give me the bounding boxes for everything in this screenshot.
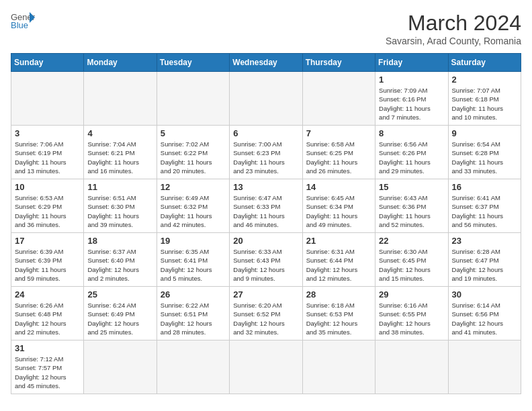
day-info: Sunrise: 6:45 AM Sunset: 6:34 PM Dayligh… — [306, 193, 371, 229]
day-number: 9 — [452, 128, 517, 138]
day-info: Sunrise: 6:18 AM Sunset: 6:53 PM Dayligh… — [306, 301, 371, 336]
week-row-1: 1Sunrise: 7:09 AM Sunset: 6:16 PM Daylig… — [11, 72, 521, 126]
day-info: Sunrise: 6:22 AM Sunset: 6:51 PM Dayligh… — [161, 301, 226, 336]
day-cell: 8Sunrise: 6:56 AM Sunset: 6:26 PM Daylig… — [375, 126, 448, 179]
day-cell — [230, 340, 302, 394]
day-cell: 10Sunrise: 6:53 AM Sunset: 6:29 PM Dayli… — [11, 179, 84, 233]
week-row-2: 3Sunrise: 7:06 AM Sunset: 6:19 PM Daylig… — [11, 126, 521, 179]
day-number: 6 — [233, 128, 298, 138]
day-cell: 13Sunrise: 6:47 AM Sunset: 6:33 PM Dayli… — [230, 179, 302, 233]
day-number: 12 — [161, 182, 226, 192]
day-number: 19 — [161, 236, 226, 246]
day-number: 2 — [452, 75, 517, 85]
subtitle: Savarsin, Arad County, Romania — [386, 36, 521, 46]
header: General Blue March 2024 Savarsin, Arad C… — [11, 11, 521, 46]
day-number: 28 — [306, 289, 371, 300]
svg-text:Blue: Blue — [11, 20, 28, 30]
day-info: Sunrise: 7:00 AM Sunset: 6:23 PM Dayligh… — [233, 140, 298, 175]
day-info: Sunrise: 6:14 AM Sunset: 6:56 PM Dayligh… — [452, 301, 517, 336]
day-number: 26 — [161, 289, 226, 300]
day-cell: 20Sunrise: 6:33 AM Sunset: 6:43 PM Dayli… — [230, 233, 302, 287]
day-cell: 22Sunrise: 6:30 AM Sunset: 6:45 PM Dayli… — [375, 233, 448, 287]
day-cell: 28Sunrise: 6:18 AM Sunset: 6:53 PM Dayli… — [302, 287, 375, 340]
day-info: Sunrise: 6:24 AM Sunset: 6:49 PM Dayligh… — [87, 301, 152, 336]
day-number: 4 — [87, 128, 152, 138]
day-cell: 6Sunrise: 7:00 AM Sunset: 6:23 PM Daylig… — [230, 126, 302, 179]
title-area: March 2024 Savarsin, Arad County, Romani… — [386, 11, 521, 46]
day-number: 25 — [87, 289, 152, 300]
weekday-header-saturday: Saturday — [448, 54, 521, 72]
day-cell — [448, 340, 521, 394]
day-info: Sunrise: 6:33 AM Sunset: 6:43 PM Dayligh… — [233, 247, 298, 283]
day-cell: 5Sunrise: 7:02 AM Sunset: 6:22 PM Daylig… — [157, 126, 229, 179]
weekday-header-friday: Friday — [375, 54, 448, 72]
day-number: 22 — [379, 236, 444, 246]
day-number: 17 — [15, 236, 80, 246]
day-cell — [230, 72, 302, 126]
day-number: 15 — [379, 182, 444, 192]
calendar: SundayMondayTuesdayWednesdayThursdayFrid… — [11, 53, 521, 394]
day-number: 21 — [306, 236, 371, 246]
day-cell: 31Sunrise: 7:12 AM Sunset: 7:57 PM Dayli… — [11, 340, 84, 394]
week-row-6: 31Sunrise: 7:12 AM Sunset: 7:57 PM Dayli… — [11, 340, 521, 394]
day-number: 30 — [452, 289, 517, 300]
day-cell: 1Sunrise: 7:09 AM Sunset: 6:16 PM Daylig… — [375, 72, 448, 126]
day-cell: 25Sunrise: 6:24 AM Sunset: 6:49 PM Dayli… — [84, 287, 157, 340]
day-number: 8 — [379, 128, 444, 138]
day-cell — [302, 72, 375, 126]
day-number: 5 — [161, 128, 226, 138]
day-number: 31 — [15, 343, 80, 353]
day-cell: 18Sunrise: 6:37 AM Sunset: 6:40 PM Dayli… — [84, 233, 157, 287]
week-row-5: 24Sunrise: 6:26 AM Sunset: 6:48 PM Dayli… — [11, 287, 521, 340]
day-number: 29 — [379, 289, 444, 300]
day-info: Sunrise: 6:37 AM Sunset: 6:40 PM Dayligh… — [87, 247, 152, 283]
weekday-header-thursday: Thursday — [302, 54, 375, 72]
day-cell: 17Sunrise: 6:39 AM Sunset: 6:39 PM Dayli… — [11, 233, 84, 287]
day-number: 18 — [87, 236, 152, 246]
day-number: 10 — [15, 182, 80, 192]
day-cell: 2Sunrise: 7:07 AM Sunset: 6:18 PM Daylig… — [448, 72, 521, 126]
day-number: 24 — [15, 289, 80, 300]
day-info: Sunrise: 6:30 AM Sunset: 6:45 PM Dayligh… — [379, 247, 444, 283]
day-cell — [11, 72, 84, 126]
day-cell: 19Sunrise: 6:35 AM Sunset: 6:41 PM Dayli… — [157, 233, 229, 287]
day-info: Sunrise: 6:28 AM Sunset: 6:47 PM Dayligh… — [452, 247, 517, 283]
day-cell: 21Sunrise: 6:31 AM Sunset: 6:44 PM Dayli… — [302, 233, 375, 287]
day-number: 27 — [233, 289, 298, 300]
day-info: Sunrise: 6:20 AM Sunset: 6:52 PM Dayligh… — [233, 301, 298, 336]
day-info: Sunrise: 7:04 AM Sunset: 6:21 PM Dayligh… — [87, 140, 152, 175]
day-number: 3 — [15, 128, 80, 138]
weekday-header-row: SundayMondayTuesdayWednesdayThursdayFrid… — [11, 54, 521, 72]
day-info: Sunrise: 6:47 AM Sunset: 6:33 PM Dayligh… — [233, 193, 298, 229]
day-cell: 27Sunrise: 6:20 AM Sunset: 6:52 PM Dayli… — [230, 287, 302, 340]
day-number: 1 — [379, 75, 444, 85]
day-cell — [375, 340, 448, 394]
day-cell — [84, 72, 157, 126]
day-cell: 24Sunrise: 6:26 AM Sunset: 6:48 PM Dayli… — [11, 287, 84, 340]
day-cell: 15Sunrise: 6:43 AM Sunset: 6:36 PM Dayli… — [375, 179, 448, 233]
weekday-header-tuesday: Tuesday — [157, 54, 229, 72]
day-info: Sunrise: 6:35 AM Sunset: 6:41 PM Dayligh… — [161, 247, 226, 283]
month-title: March 2024 — [386, 11, 521, 36]
day-cell — [157, 340, 229, 394]
day-info: Sunrise: 6:56 AM Sunset: 6:26 PM Dayligh… — [379, 140, 444, 175]
day-info: Sunrise: 6:43 AM Sunset: 6:36 PM Dayligh… — [379, 193, 444, 229]
day-cell: 3Sunrise: 7:06 AM Sunset: 6:19 PM Daylig… — [11, 126, 84, 179]
day-info: Sunrise: 6:51 AM Sunset: 6:30 PM Dayligh… — [87, 193, 152, 229]
day-info: Sunrise: 7:12 AM Sunset: 7:57 PM Dayligh… — [15, 355, 80, 390]
day-cell: 30Sunrise: 6:14 AM Sunset: 6:56 PM Dayli… — [448, 287, 521, 340]
day-info: Sunrise: 6:58 AM Sunset: 6:25 PM Dayligh… — [306, 140, 371, 175]
logo-icon: General Blue — [11, 11, 35, 30]
day-cell: 29Sunrise: 6:16 AM Sunset: 6:55 PM Dayli… — [375, 287, 448, 340]
logo: General Blue — [11, 11, 35, 30]
day-number: 23 — [452, 236, 517, 246]
day-cell: 12Sunrise: 6:49 AM Sunset: 6:32 PM Dayli… — [157, 179, 229, 233]
day-info: Sunrise: 6:41 AM Sunset: 6:37 PM Dayligh… — [452, 193, 517, 229]
day-cell — [84, 340, 157, 394]
day-cell: 9Sunrise: 6:54 AM Sunset: 6:28 PM Daylig… — [448, 126, 521, 179]
day-info: Sunrise: 6:39 AM Sunset: 6:39 PM Dayligh… — [15, 247, 80, 283]
day-number: 20 — [233, 236, 298, 246]
day-info: Sunrise: 6:26 AM Sunset: 6:48 PM Dayligh… — [15, 301, 80, 336]
day-cell: 14Sunrise: 6:45 AM Sunset: 6:34 PM Dayli… — [302, 179, 375, 233]
day-cell: 26Sunrise: 6:22 AM Sunset: 6:51 PM Dayli… — [157, 287, 229, 340]
